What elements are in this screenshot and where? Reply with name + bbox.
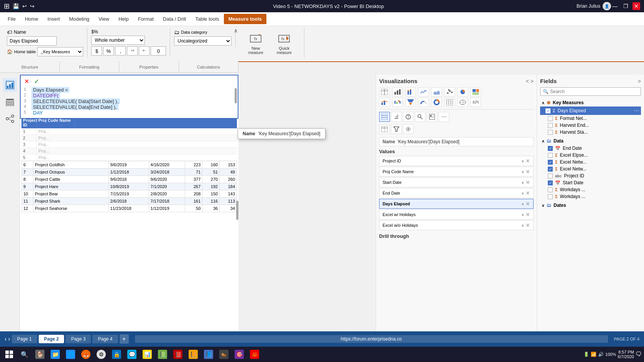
ribbon-collapse-btn[interactable]: ∧ [234, 28, 238, 34]
formula-cancel-btn[interactable]: ✕ [22, 77, 31, 85]
viz-icon-waterfall[interactable] [392, 98, 403, 107]
field-item-project-id[interactable]: abc Project ID [540, 172, 641, 179]
field-pill-days-elapsed-remove[interactable]: ✕ [526, 201, 530, 207]
report-view-icon[interactable] [3, 78, 17, 92]
fields-search-input[interactable] [550, 89, 638, 94]
page-tab-2[interactable]: Page 2 [39, 335, 64, 343]
format-select[interactable]: Whole number [91, 36, 145, 45]
menu-measure-tools[interactable]: Measure tools [224, 14, 266, 24]
prev-page-btn[interactable]: ‹ [5, 336, 7, 342]
field-pill-project-id-remove[interactable]: ✕ [526, 158, 530, 164]
viz-icon-table[interactable] [379, 87, 390, 97]
field-group-dates-header[interactable]: ∨ 🗂 Dates [540, 201, 641, 209]
taskbar-item7[interactable]: 💬 [125, 347, 139, 361]
checkbox-days-elapsed[interactable]: ✓ [545, 108, 550, 113]
decimal-dec-btn[interactable]: ⁰⁻ [139, 46, 150, 56]
viz-panel-chevron-left[interactable]: < [526, 78, 529, 84]
viz-icon-gauge[interactable] [418, 98, 429, 107]
checkbox-end-date[interactable]: ✓ [548, 146, 553, 151]
field-pill-excel-holidays-chevron[interactable]: ∨ [521, 213, 524, 217]
undo-btn[interactable]: ↩ [22, 3, 27, 9]
checkbox-harvest-sta[interactable] [548, 130, 553, 135]
viz-icon-funnel[interactable] [405, 98, 416, 107]
search-taskbar-btn[interactable]: 🔍 [18, 347, 31, 361]
comma-btn[interactable]: , [115, 46, 126, 56]
taskbar-item14[interactable]: 🎯 [232, 347, 246, 361]
page-tab-4[interactable]: Page 4 [92, 335, 118, 343]
field-item-end-date[interactable]: ✓ 📅 End Date [540, 145, 641, 152]
quick-measure-btn[interactable]: fx Quick measure [272, 29, 296, 56]
viz-tool2-table[interactable] [379, 124, 390, 134]
viz-tool-search[interactable] [415, 112, 426, 122]
start-btn[interactable] [2, 347, 16, 361]
redo-btn[interactable]: ↪ [30, 3, 34, 9]
viz-icon-kpi[interactable]: KPI [470, 98, 481, 107]
field-item-excel-netw1[interactable]: ✓ Σ Excel Netw... [540, 159, 641, 165]
taskbar-item1[interactable]: 🐕 [33, 347, 47, 361]
checkbox-workdays2[interactable] [548, 194, 553, 199]
field-item-format-net[interactable]: Σ Format Net... [540, 115, 641, 122]
taskbar-item5[interactable]: ⚙ [94, 347, 108, 361]
field-item-workdays1[interactable]: Σ Workdays ... [540, 186, 641, 193]
field-pill-end-date[interactable]: End Date ∨ ✕ [379, 188, 534, 198]
formula-scrollbar[interactable] [235, 88, 237, 103]
field-item-harvest-sta[interactable]: Σ Harvest Sta... [540, 129, 641, 136]
viz-icon-line[interactable] [418, 87, 429, 97]
viz-tool-image[interactable] [427, 112, 437, 122]
new-measure-btn[interactable]: fx + New measure [243, 29, 268, 56]
dollar-btn[interactable]: $ [91, 46, 102, 56]
field-group-key-measures-header[interactable]: ∧ ⊕ Key Measures [540, 99, 641, 106]
field-group-data-header[interactable]: ∧ 🗂 Data [540, 137, 641, 145]
viz-icon-matrix[interactable] [444, 98, 455, 107]
field-pill-proj-code-chevron[interactable]: ∨ [521, 170, 524, 174]
field-pill-project-id-chevron[interactable]: ∨ [521, 159, 524, 163]
page-tab-1[interactable]: Page 1 [12, 335, 37, 343]
field-pill-excel-wo-holidays[interactable]: Excel w/o Holidays ∨ ✕ [379, 220, 534, 230]
menu-help[interactable]: Help [114, 14, 133, 24]
checkbox-start-date[interactable]: ✓ [548, 180, 553, 185]
viz-tool2-target[interactable] [403, 124, 414, 134]
field-pill-days-elapsed-chevron[interactable]: ∨ [521, 202, 524, 206]
field-pill-excel-wo-holidays-remove[interactable]: ✕ [526, 222, 530, 228]
checkbox-excel-netw2[interactable]: ✓ [548, 167, 553, 172]
viz-icon-pie[interactable] [457, 87, 468, 97]
field-pill-excel-holidays[interactable]: Excel w/ Holidays ∨ ✕ [379, 210, 534, 219]
viz-icon-bar[interactable] [392, 87, 403, 97]
field-pill-excel-wo-holidays-chevron[interactable]: ∨ [521, 223, 524, 228]
taskbar-item11[interactable]: 📙 [186, 347, 200, 361]
minimize-btn[interactable]: — [611, 2, 619, 10]
taskbar-item8[interactable]: 📊 [140, 347, 154, 361]
field-item-excel-netw2[interactable]: ✓ Σ Excel Netw... [540, 165, 641, 172]
notification-btn[interactable]: 🗨 [636, 351, 642, 358]
page-tab-3[interactable]: Page 3 [66, 335, 91, 343]
window-controls[interactable]: — ❐ ✕ [611, 2, 640, 10]
fields-panel-chevron[interactable]: > [638, 78, 641, 84]
viz-icon-treemap[interactable] [470, 87, 481, 97]
viz-tool2-filter[interactable] [391, 124, 402, 134]
menu-file[interactable]: File [3, 14, 20, 24]
field-ellipsis-days-elapsed[interactable]: ⋯ [634, 108, 639, 114]
field-item-days-elapsed[interactable]: ✓ Σ Days Elapsed ⋯ [540, 106, 641, 115]
taskbar-item9[interactable]: 📗 [156, 347, 169, 361]
taskbar-item3[interactable]: 🌐 [64, 347, 77, 361]
checkbox-workdays1[interactable] [548, 187, 553, 192]
field-item-workdays2[interactable]: Σ Workdays ... [540, 193, 641, 200]
field-item-excel-elpse[interactable]: Σ Excel Elpse... [540, 152, 641, 159]
next-page-btn[interactable]: › [8, 336, 10, 342]
taskbar-item4[interactable]: 🦊 [79, 347, 93, 361]
maximize-btn[interactable]: ❐ [622, 2, 629, 10]
viz-tool-fields[interactable] [379, 112, 390, 122]
add-page-btn[interactable]: + [120, 334, 129, 344]
viz-icon-stacked-bar[interactable] [405, 87, 416, 97]
data-view-icon[interactable] [3, 95, 17, 109]
decimal-input[interactable] [151, 46, 166, 56]
menu-modeling[interactable]: Modeling [64, 14, 94, 24]
taskbar-item2[interactable]: 📁 [48, 347, 62, 361]
fields-search-box[interactable]: 🔍 [540, 87, 641, 96]
resize-handle[interactable] [236, 201, 238, 220]
field-pill-start-date[interactable]: Start Date ∨ ✕ [379, 177, 534, 187]
taskbar-item12[interactable]: 📘 [202, 347, 215, 361]
home-table-select[interactable]: _Key Measures [37, 47, 83, 56]
field-item-start-date[interactable]: ✓ 📅 Start Date [540, 179, 641, 186]
data-category-select[interactable]: Uncategorized [174, 36, 232, 46]
